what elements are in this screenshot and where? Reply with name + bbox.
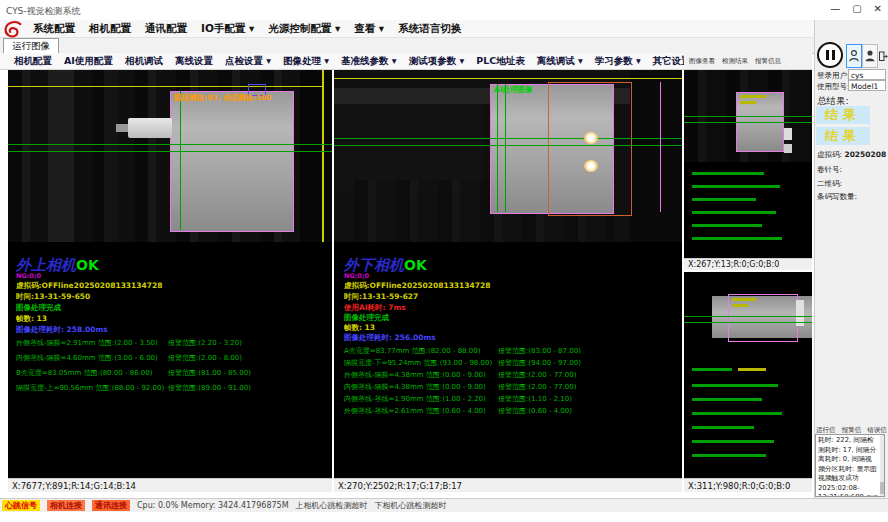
- menu-light-config[interactable]: 光源控制配置 ▾: [261, 22, 347, 36]
- result-display-1: 结果: [816, 106, 870, 124]
- roi-box-part: [728, 294, 798, 342]
- window-controls: — ▢ ✕: [830, 3, 882, 14]
- measurement-value: 隔膜宽度-上=90.56mm 范围:(88.00 - 92.00): [16, 384, 164, 392]
- menu-comm-config[interactable]: 通讯配置: [138, 22, 194, 36]
- process-done-line: 图像处理完成: [16, 303, 61, 313]
- guide-line-green: [684, 122, 812, 123]
- pause-button[interactable]: [817, 42, 843, 68]
- log-text: 耗时: 222, 间隔检测耗时: 17, 间隔分离耗时: 0, 间隔视频分区耗时…: [818, 436, 878, 497]
- tool-image-processing[interactable]: 图像处理 ▾: [277, 55, 335, 68]
- guide-line-green: [334, 138, 682, 139]
- measurement-row: 外侧茎线-茎线=2.61mm 范围:(0.60 - 4.00) 报警范围:(0.…: [344, 406, 678, 416]
- log-scrollbar[interactable]: [880, 435, 884, 496]
- measurement-row: 外侧茎线-隔膜=4.38mm 范围:(0.00 - 9.00) 报警范围:(2.…: [344, 370, 678, 380]
- result-text-mini: [692, 426, 754, 429]
- menu-view[interactable]: 查看 ▾: [347, 22, 391, 36]
- guide-line-yellow: [8, 86, 324, 87]
- result-text-mini: [692, 172, 764, 175]
- tool-test-params[interactable]: 测试项参数 ▾: [403, 55, 471, 68]
- left-coordinate-readout: X:7677;Y:891;R:14;G:14;B:14: [8, 478, 332, 492]
- tool-camera-config[interactable]: 相机配置: [8, 55, 58, 68]
- alarm-range: 报警范围:(94.00 - 97.00): [498, 358, 581, 368]
- comm-connection-badge: 通讯连接: [92, 500, 130, 511]
- tool-offline-debug[interactable]: 离线调试 ▾: [531, 55, 589, 68]
- result-text-mini: [692, 412, 782, 415]
- thumbnail-camera-top[interactable]: [684, 70, 812, 258]
- texture: [104, 70, 118, 242]
- maximize-icon[interactable]: ▢: [852, 3, 861, 14]
- minimize-icon[interactable]: —: [830, 3, 840, 14]
- result-ok: OK: [404, 257, 427, 273]
- measurement-row: 隔膜宽度-下=95.24mm 范围:(93.00 - 98.00) 报警范围:(…: [344, 358, 678, 368]
- guide-line-green: [684, 322, 812, 323]
- left-camera-view[interactable]: 固定阈值:93, 动态阈值:100 外上相机OK NG:0;0 虚拟码:OFFl…: [8, 70, 332, 478]
- alarm-range: 报警范围:(89.00 - 91.00): [168, 383, 251, 393]
- overlay-text-mini: [740, 101, 756, 104]
- ai-elapsed-line: 使用AI耗时: 7ms: [344, 303, 406, 313]
- lower-camera-timeout-warning: 下相机心跳检测超时: [375, 500, 447, 511]
- time-line: 时间:13-31-59-650: [16, 292, 90, 302]
- virtual-code-value: 20250208: [844, 150, 886, 159]
- alarm-range: 报警范围:(0.60 - 4.00): [498, 406, 572, 416]
- tool-baseline-params[interactable]: 基准线参数 ▾: [335, 55, 403, 68]
- result-text-mini: [692, 440, 774, 443]
- highlight-spot: [584, 132, 598, 144]
- thumb-header-item-3[interactable]: 报警信息: [755, 57, 781, 66]
- tool-plc-address[interactable]: PLC地址表: [470, 55, 531, 68]
- guide-line-yellow-vertical: [322, 70, 324, 242]
- highlight-part: [784, 128, 792, 140]
- menu-camera-config[interactable]: 相机配置: [82, 22, 138, 36]
- alarm-range: 报警范围:(83.00 - 87.00): [498, 346, 581, 356]
- result-text-mini: [738, 368, 766, 371]
- connector-part: [116, 124, 128, 132]
- tool-offline-setting[interactable]: 离线设置: [169, 55, 219, 68]
- guide-line-green-vertical: [505, 84, 506, 212]
- threshold-overlay-text: 固定阈值:93, 动态阈值:100: [174, 93, 272, 103]
- thumb-header-item-1[interactable]: 图像查看: [689, 57, 715, 66]
- alarm-range: 报警范围:(2.00 - 77.00): [498, 382, 576, 392]
- measurement-row: A壳宽度=83.77mm 范围:(82.00 - 88.00) 报警范围:(83…: [344, 346, 678, 356]
- center-camera-image: AI处理图像: [334, 70, 682, 242]
- measurement-value: 内侧茎线-隔膜=4.38mm 范围:(0.00 - 9.00): [344, 383, 486, 391]
- center-camera-view[interactable]: AI处理图像 外下相机OK NG:0;0 虚拟码:OFFline20250208…: [334, 70, 682, 478]
- tool-learning-params[interactable]: 学习参数 ▾: [589, 55, 647, 68]
- texture: [300, 70, 332, 242]
- overlay-text-mini: [732, 298, 756, 301]
- login-user-field[interactable]: cys: [848, 69, 886, 80]
- result-text-mini: [692, 368, 732, 371]
- guide-line-green-vertical: [180, 91, 181, 230]
- process-done-line: 图像处理完成: [344, 313, 389, 323]
- measurement-value: 内侧茎线-茎线=1.90mm 范围:(1.00 - 2.20): [344, 395, 486, 403]
- virtual-code-label: 虚拟码:: [817, 150, 842, 159]
- result-text-mini: [692, 237, 782, 240]
- tool-ai-config[interactable]: AI使用配置: [58, 55, 119, 68]
- close-icon[interactable]: ✕: [874, 3, 882, 14]
- result-display-2: 结果: [816, 127, 870, 145]
- login-user-button[interactable]: [846, 44, 862, 68]
- measurement-value: B壳宽度=83.05mm 范围:(80.00 - 86.00): [16, 369, 152, 377]
- tool-camera-debug[interactable]: 相机调试: [119, 55, 169, 68]
- thumb-header-item-2[interactable]: 检测结果: [722, 57, 748, 66]
- model-field[interactable]: Model1: [848, 80, 886, 91]
- alarm-range: 报警范围:(1.10 - 2.10): [498, 394, 572, 404]
- tool-spotcheck-setting[interactable]: 点检设置 ▾: [219, 55, 277, 68]
- operator-button[interactable]: [862, 44, 878, 68]
- center-coordinate-readout: X:270;Y:2502;R:17;G:17;B:17: [334, 478, 682, 492]
- guide-line-green: [8, 151, 332, 152]
- thumbnail-header: 图像查看 检测结果 报警信息: [684, 53, 812, 70]
- guide-line-green-vertical: [497, 84, 498, 212]
- ai-overlay-text: AI处理图像: [494, 85, 533, 95]
- alarm-range: 报警范围:(2.20 - 3.20): [168, 338, 242, 348]
- menu-system-config[interactable]: 系统配置: [26, 22, 82, 36]
- thumb-top-coordinate-readout: X:267;Y:13;R:0;G:0;B:0: [684, 258, 812, 270]
- heartbeat-status-badge: 心跳信号: [2, 500, 40, 511]
- thumbnail-camera-bottom[interactable]: [684, 272, 812, 478]
- log-output[interactable]: 耗时: 222, 间隔检测耗时: 17, 间隔分离耗时: 0, 间隔视频分区耗时…: [815, 434, 885, 497]
- menu-language-switch[interactable]: 系统语言切换: [391, 22, 468, 36]
- menu-io-config[interactable]: IO手配置 ▾: [194, 22, 261, 36]
- result-text-mini: [692, 398, 762, 401]
- exit-button[interactable]: [878, 44, 888, 68]
- connector-part: [128, 118, 172, 138]
- thumb-bottom-coordinate-readout: X:311;Y:980;R:0;G:0;B:0: [684, 478, 812, 492]
- alarm-range: 报警范围:(81.00 - 85.00): [168, 368, 251, 378]
